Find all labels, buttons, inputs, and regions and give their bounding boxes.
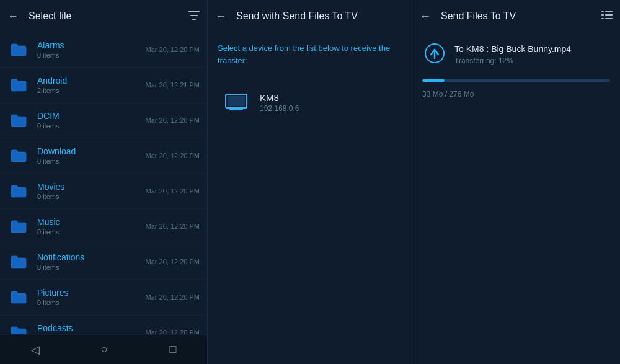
svg-rect-12	[605, 18, 613, 19]
file-date: Mar 20, 12:20 PM	[146, 117, 200, 124]
bottom-nav: ◁ ○ □	[0, 334, 207, 364]
folder-icon	[7, 109, 30, 131]
file-name: Podcasts	[37, 323, 141, 333]
file-name: Music	[37, 217, 141, 227]
file-info: Pictures 0 items	[37, 288, 141, 306]
filter-icon[interactable]	[188, 10, 200, 23]
svg-rect-1	[190, 15, 198, 16]
folder-icon	[7, 74, 30, 96]
svg-rect-5	[228, 96, 245, 106]
file-item[interactable]: Podcasts 0 items Mar 20, 12:20 PM	[0, 315, 207, 334]
file-item[interactable]: Notifications 0 items Mar 20, 12:20 PM	[0, 244, 207, 280]
svg-rect-0	[188, 11, 200, 12]
middle-panel: ← Send with Send Files To TV Select a de…	[208, 0, 412, 364]
transfer-info: To KM8 : Big Buck Bunny.mp4 Transferring…	[454, 43, 610, 66]
right-back-icon[interactable]: ←	[420, 10, 431, 23]
right-header: ← Send Files To TV	[412, 0, 620, 32]
file-date: Mar 20, 12:20 PM	[146, 293, 200, 301]
file-info: Android 2 items	[37, 76, 141, 94]
right-list-icon[interactable]	[601, 11, 613, 22]
middle-header: ← Send with Send Files To TV	[208, 0, 412, 32]
file-name: Alarms	[37, 40, 141, 50]
device-name: KM8	[260, 92, 299, 103]
left-back-icon[interactable]: ←	[7, 10, 19, 23]
left-panel: ← Select file Alarms 0 items Mar 20, 12:…	[0, 0, 208, 364]
file-name: Pictures	[37, 288, 141, 298]
file-item[interactable]: Music 0 items Mar 20, 12:20 PM	[0, 209, 207, 244]
file-info: Alarms 0 items	[37, 40, 141, 59]
file-date: Mar 20, 12:20 PM	[146, 258, 200, 265]
file-name: Movies	[37, 182, 141, 192]
folder-icon	[7, 286, 30, 308]
file-items: 0 items	[37, 158, 141, 165]
device-item[interactable]: KM8 192.168.0.6	[218, 81, 402, 123]
file-info: Movies 0 items	[37, 182, 141, 200]
transfer-status: Transferring: 12%	[454, 56, 513, 65]
file-info: DCIM 0 items	[37, 111, 141, 130]
svg-rect-7	[601, 11, 604, 12]
file-items: 0 items	[37, 299, 141, 306]
file-name: Android	[37, 76, 141, 86]
svg-rect-8	[605, 11, 613, 12]
file-item[interactable]: Movies 0 items Mar 20, 12:20 PM	[0, 174, 207, 209]
file-list: Alarms 0 items Mar 20, 12:20 PM Android …	[0, 32, 207, 334]
nav-home-icon[interactable]: ○	[101, 343, 108, 356]
file-date: Mar 20, 12:20 PM	[146, 46, 200, 53]
tv-icon	[223, 89, 250, 116]
svg-rect-9	[601, 14, 604, 16]
transfer-size: 33 Mo / 276 Mo	[422, 90, 474, 99]
file-name: Download	[37, 146, 141, 156]
progress-bar-container	[422, 79, 610, 82]
select-device-text: Select a device from the list below to r…	[218, 42, 402, 66]
device-info: KM8 192.168.0.6	[260, 92, 299, 113]
file-items: 0 items	[37, 51, 141, 59]
file-items: 0 items	[37, 228, 141, 236]
nav-recent-icon[interactable]: □	[169, 343, 176, 356]
file-items: 0 items	[37, 264, 141, 271]
left-title: Select file	[29, 11, 188, 22]
folder-icon	[7, 321, 30, 334]
file-item[interactable]: Alarms 0 items Mar 20, 12:20 PM	[0, 32, 207, 68]
file-info: Download 0 items	[37, 146, 141, 165]
file-date: Mar 20, 12:20 PM	[146, 152, 200, 159]
right-content: To KM8 : Big Buck Bunny.mp4 Transferring…	[412, 32, 620, 364]
file-items: 0 items	[37, 193, 141, 200]
file-date: Mar 20, 12:20 PM	[146, 187, 200, 195]
file-item[interactable]: Download 0 items Mar 20, 12:20 PM	[0, 138, 207, 174]
transfer-filename: To KM8 : Big Buck Bunny.mp4	[454, 44, 571, 54]
middle-content: Select a device from the list below to r…	[208, 32, 412, 364]
file-date: Mar 20, 12:20 PM	[146, 223, 200, 230]
folder-icon	[7, 251, 30, 273]
file-item[interactable]: Android 2 items Mar 20, 12:21 PM	[0, 68, 207, 103]
file-item[interactable]: Pictures 0 items Mar 20, 12:20 PM	[0, 280, 207, 315]
right-panel: ← Send Files To TV To KM8	[412, 0, 620, 364]
file-name: Notifications	[37, 252, 141, 262]
file-date: Mar 20, 12:20 PM	[146, 329, 200, 334]
file-info: Podcasts 0 items	[37, 323, 141, 334]
folder-icon	[7, 144, 30, 167]
file-date: Mar 20, 12:21 PM	[146, 81, 200, 89]
file-items: 0 items	[37, 122, 141, 130]
right-title: Send Files To TV	[441, 11, 601, 22]
svg-rect-2	[192, 19, 196, 20]
svg-rect-10	[605, 14, 613, 16]
file-info: Music 0 items	[37, 217, 141, 236]
file-item[interactable]: DCIM 0 items Mar 20, 12:20 PM	[0, 103, 207, 138]
svg-rect-11	[601, 18, 604, 19]
middle-title: Send with Send Files To TV	[236, 11, 404, 22]
transfer-header: To KM8 : Big Buck Bunny.mp4 Transferring…	[422, 42, 610, 67]
file-info: Notifications 0 items	[37, 252, 141, 271]
folder-icon	[7, 180, 30, 202]
middle-back-icon[interactable]: ←	[215, 10, 226, 23]
folder-icon	[7, 38, 30, 61]
upload-icon	[422, 42, 447, 67]
folder-icon	[7, 215, 30, 237]
svg-rect-4	[229, 109, 243, 110]
file-name: DCIM	[37, 111, 141, 121]
nav-back-icon[interactable]: ◁	[31, 343, 40, 357]
progress-bar-fill	[422, 79, 445, 82]
left-header: ← Select file	[0, 0, 207, 32]
device-ip: 192.168.0.6	[260, 104, 299, 113]
file-items: 2 items	[37, 87, 141, 94]
